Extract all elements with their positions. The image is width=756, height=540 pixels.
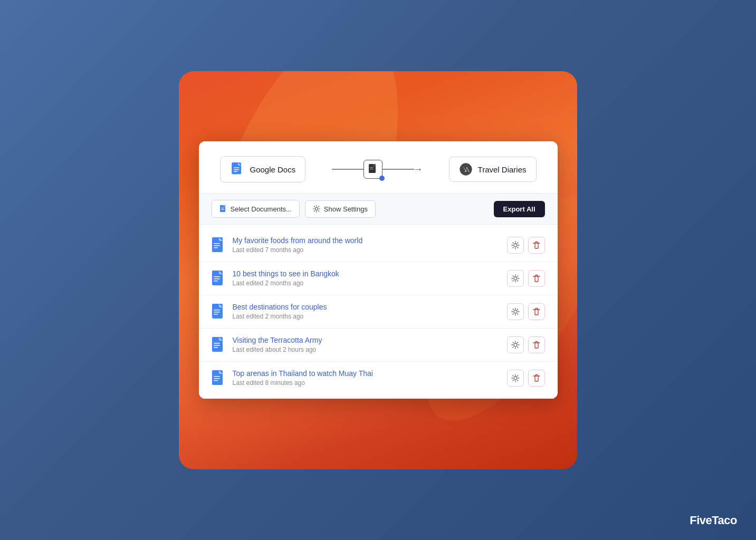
trash-icon	[533, 341, 540, 349]
svg-point-30	[514, 310, 517, 313]
connector-line-left	[332, 169, 363, 170]
source-label: Google Docs	[250, 165, 296, 174]
doc-info: Best destinations for couples Last edite…	[233, 303, 500, 321]
doc-item: Best destinations for couples Last edite…	[199, 295, 558, 329]
svg-rect-33	[214, 345, 220, 346]
doc-title[interactable]: Visiting the Terracotta Army	[233, 336, 500, 344]
doc-actions	[507, 336, 545, 353]
svg-rect-1	[232, 162, 238, 174]
fivetaco-branding: FiveTaco	[690, 514, 737, 527]
svg-point-20	[514, 244, 517, 247]
wordpress-icon: W	[459, 162, 473, 176]
settings-icon	[511, 307, 520, 316]
doc-delete-button[interactable]	[528, 303, 545, 320]
svg-rect-24	[214, 281, 218, 282]
doc-settings-button[interactable]	[507, 270, 524, 287]
doc-info: 10 best things to see in Bangkok Last ed…	[233, 269, 500, 287]
svg-rect-19	[214, 247, 218, 248]
svg-rect-38	[214, 378, 220, 379]
destination-label: Travel Diaries	[478, 165, 527, 174]
main-card: Google Docs	[199, 141, 558, 399]
doc-settings-button[interactable]	[507, 303, 524, 320]
svg-rect-18	[214, 245, 220, 246]
svg-rect-39	[214, 380, 218, 381]
doc-meta: Last edited 2 months ago	[233, 313, 304, 320]
doc-meta: Last edited 7 months ago	[233, 246, 304, 254]
doc-meta: Last edited about 2 hours ago	[233, 346, 317, 353]
doc-settings-button[interactable]	[507, 336, 524, 353]
doc-meta: Last edited 2 months ago	[233, 279, 304, 287]
doc-settings-button[interactable]	[507, 237, 524, 254]
settings-icon	[511, 241, 520, 249]
source-node: Google Docs	[220, 156, 306, 182]
doc-delete-button[interactable]	[528, 336, 545, 353]
svg-rect-3	[234, 169, 240, 170]
svg-rect-27	[214, 310, 220, 311]
show-settings-button[interactable]: Show Settings	[305, 200, 376, 218]
doc-title[interactable]: Best destinations for couples	[233, 303, 500, 311]
doc-item: My favorite foods from around the world …	[199, 229, 558, 262]
svg-rect-14	[221, 209, 224, 210]
arrow-icon: →	[413, 164, 423, 175]
select-docs-icon	[219, 205, 227, 213]
branding-five: Five	[690, 514, 712, 527]
doc-delete-button[interactable]	[528, 237, 545, 254]
connector-dot	[379, 176, 385, 181]
doc-list-icon	[212, 303, 225, 320]
svg-rect-29	[214, 314, 218, 315]
destination-node: W Travel Diaries	[449, 157, 537, 182]
doc-list-icon	[212, 270, 225, 287]
svg-rect-6	[370, 167, 374, 168]
svg-rect-28	[214, 312, 220, 313]
settings-icon	[511, 341, 520, 349]
doc-title[interactable]: 10 best things to see in Bangkok	[233, 269, 500, 278]
svg-rect-2	[234, 168, 240, 168]
doc-list-icon	[212, 370, 225, 387]
doc-info: Visiting the Terracotta Army Last edited…	[233, 336, 500, 354]
svg-rect-32	[214, 343, 220, 344]
settings-icon	[511, 274, 520, 283]
svg-rect-23	[214, 278, 220, 279]
pipeline-connector: →	[305, 160, 448, 179]
connector-line-right	[382, 169, 414, 170]
svg-rect-37	[214, 376, 220, 377]
svg-rect-4	[234, 171, 237, 172]
doc-info: Top arenas in Thailand to watch Muay Tha…	[233, 369, 500, 387]
trash-icon	[533, 241, 540, 249]
svg-point-40	[514, 377, 517, 380]
svg-rect-22	[214, 276, 220, 277]
transfer-icon	[363, 160, 382, 179]
svg-rect-13	[221, 208, 224, 208]
svg-rect-34	[214, 347, 218, 348]
settings-icon	[511, 374, 520, 382]
select-documents-label: Select Documents...	[231, 205, 292, 213]
trash-icon	[533, 274, 540, 283]
document-list: My favorite foods from around the world …	[199, 225, 558, 399]
doc-title[interactable]: My favorite foods from around the world	[233, 236, 500, 245]
select-documents-button[interactable]: Select Documents...	[212, 200, 300, 218]
doc-delete-button[interactable]	[528, 370, 545, 387]
doc-list-icon	[212, 336, 225, 353]
doc-list-icon	[212, 237, 225, 254]
connector-middle	[363, 160, 382, 179]
trash-icon	[533, 307, 540, 316]
trash-icon	[533, 374, 540, 382]
doc-actions	[507, 237, 545, 254]
svg-point-25	[514, 277, 517, 280]
svg-point-15	[315, 208, 318, 210]
doc-title[interactable]: Top arenas in Thailand to watch Muay Tha…	[233, 369, 500, 378]
svg-point-35	[514, 343, 517, 346]
doc-delete-button[interactable]	[528, 270, 545, 287]
doc-meta: Last edited 8 minutes ago	[233, 379, 305, 387]
doc-settings-button[interactable]	[507, 370, 524, 387]
doc-item: Top arenas in Thailand to watch Muay Tha…	[199, 362, 558, 394]
doc-item: 10 best things to see in Bangkok Last ed…	[199, 262, 558, 295]
pipeline-header: Google Docs	[199, 141, 558, 193]
doc-item: Visiting the Terracotta Army Last edited…	[199, 329, 558, 362]
export-all-button[interactable]: Export All	[494, 201, 545, 217]
toolbar: Select Documents... Show Settings Export…	[199, 193, 558, 225]
svg-rect-17	[214, 243, 220, 244]
app-background: Google Docs	[179, 71, 577, 469]
doc-actions	[507, 270, 545, 287]
google-docs-icon	[230, 162, 245, 177]
